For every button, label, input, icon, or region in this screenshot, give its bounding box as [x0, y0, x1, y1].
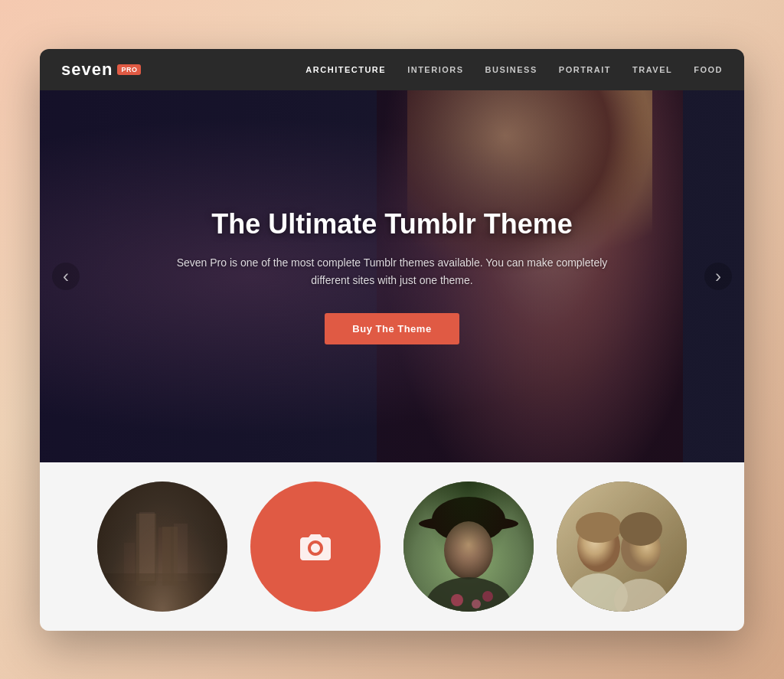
- svg-rect-8: [403, 482, 534, 612]
- navbar: seven PRO ARCHITECTURE INTERIORS BUSINES…: [40, 49, 744, 90]
- pro-badge: PRO: [117, 64, 141, 75]
- nav-links: ARCHITECTURE INTERIORS BUSINESS PORTRAIT…: [305, 65, 723, 74]
- camera-icon: [297, 528, 334, 565]
- gallery-circle-portrait2[interactable]: [557, 482, 687, 612]
- nav-link-food[interactable]: FOOD: [694, 65, 723, 74]
- hero-section: ‹ The Ultimate Tumblr Theme Seven Pro is…: [40, 90, 744, 462]
- svg-point-13: [451, 594, 463, 606]
- svg-point-9: [432, 497, 505, 543]
- svg-rect-23: [557, 482, 687, 612]
- hero-subtitle: Seven Pro is one of the most complete Tu…: [162, 254, 622, 291]
- gallery-circle-city[interactable]: [97, 482, 227, 612]
- nav-link-travel[interactable]: TRAVEL: [632, 65, 672, 74]
- hero-content: The Ultimate Tumblr Theme Seven Pro is o…: [162, 207, 622, 345]
- svg-rect-7: [97, 482, 227, 612]
- hero-next-button[interactable]: ›: [704, 263, 732, 290]
- browser-window: seven PRO ARCHITECTURE INTERIORS BUSINES…: [40, 49, 744, 631]
- logo-text: seven: [61, 60, 113, 80]
- hero-prev-button[interactable]: ‹: [52, 263, 80, 290]
- hero-title: The Ultimate Tumblr Theme: [162, 207, 622, 240]
- svg-point-10: [419, 516, 518, 531]
- gallery-circle-camera[interactable]: [250, 482, 381, 612]
- svg-point-14: [472, 599, 481, 609]
- main-content: ‹ The Ultimate Tumblr Theme Seven Pro is…: [40, 90, 744, 631]
- buy-theme-button[interactable]: Buy The Theme: [325, 313, 459, 344]
- nav-link-architecture[interactable]: ARCHITECTURE: [305, 65, 386, 74]
- svg-point-15: [482, 591, 493, 602]
- gallery-section: [40, 462, 744, 631]
- nav-link-business[interactable]: BUSINESS: [485, 65, 537, 74]
- logo-area: seven PRO: [61, 60, 141, 80]
- nav-link-portrait[interactable]: PORTRAIT: [559, 65, 611, 74]
- svg-point-11: [444, 521, 493, 579]
- nav-link-interiors[interactable]: INTERIORS: [407, 65, 463, 74]
- gallery-circle-portrait1[interactable]: [403, 482, 534, 612]
- svg-point-12: [426, 577, 511, 612]
